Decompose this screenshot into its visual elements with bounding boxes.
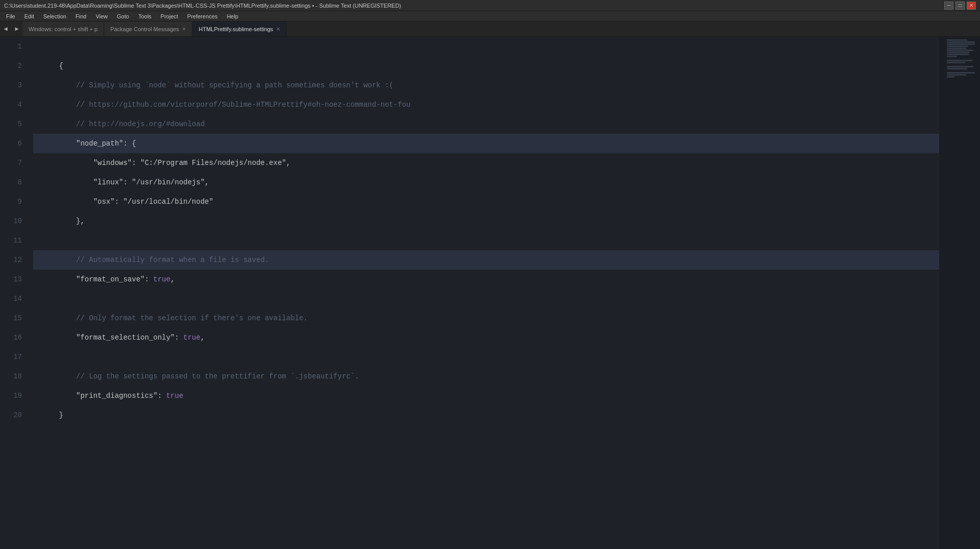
tab-htmlprettify-settings[interactable]: HTMLPrettify.sublime-settings ×: [192, 21, 286, 36]
title-bar: C:\Users\student.219-48\AppData\Roaming\…: [0, 0, 980, 11]
code-line-6: "windows": "C:/Program Files/nodejs/node…: [33, 134, 939, 153]
menu-help[interactable]: Help: [223, 12, 242, 20]
maximize-button[interactable]: □: [955, 2, 965, 10]
menu-preferences[interactable]: Preferences: [183, 12, 222, 20]
editor: 1 2 3 4 5 6 7 8 9 10 11 12 13 14 15 16 1…: [0, 37, 980, 549]
code-line-11: // Automatically format when a file is s…: [33, 231, 939, 250]
window-controls[interactable]: ─ □ ✕: [944, 2, 976, 10]
tab-package-control[interactable]: Package Control Messages ×: [104, 21, 192, 36]
code-area[interactable]: { // Simply using `node` without specify…: [28, 37, 939, 549]
menu-file[interactable]: File: [2, 12, 19, 20]
code-line-20: [33, 405, 939, 425]
tab-label: Package Control Messages: [110, 26, 179, 32]
line-numbers: 1 2 3 4 5 6 7 8 9 10 11 12 13 14 15 16 1…: [0, 37, 28, 549]
tab-next-button[interactable]: ▶: [11, 21, 22, 36]
menu-goto[interactable]: Goto: [113, 12, 133, 20]
window-title: C:\Users\student.219-48\AppData\Roaming\…: [4, 3, 401, 9]
menu-edit[interactable]: Edit: [20, 12, 38, 20]
minimize-button[interactable]: ─: [944, 2, 953, 10]
close-button[interactable]: ✕: [967, 2, 976, 10]
minimap[interactable]: [939, 37, 980, 549]
minimap-content: [947, 39, 977, 80]
tab-prev-button[interactable]: ◀: [0, 21, 11, 36]
code-line-2: // Simply using `node` without specifyin…: [33, 56, 939, 76]
code-line-14: // Only format the selection if there's …: [33, 289, 939, 308]
menu-bar: File Edit Selection Find View Goto Tools…: [0, 11, 980, 21]
menu-view[interactable]: View: [91, 12, 112, 20]
code-line-1: {: [33, 37, 939, 56]
menu-project[interactable]: Project: [157, 12, 182, 20]
tab-close-icon[interactable]: ×: [182, 26, 186, 32]
tab-windows-shortcut[interactable]: Windows: control + shift + p: [22, 21, 104, 36]
tab-close-icon[interactable]: ×: [276, 26, 280, 32]
menu-find[interactable]: Find: [71, 12, 90, 20]
tab-label: Windows: control + shift + p: [29, 26, 97, 32]
menu-tools[interactable]: Tools: [134, 12, 156, 20]
code-line-10: [33, 211, 939, 231]
tab-bar: ◀ ▶ Windows: control + shift + p Package…: [0, 21, 980, 37]
menu-selection[interactable]: Selection: [39, 12, 70, 20]
code-line-17: // Log the settings passed to the pretti…: [33, 347, 939, 367]
tab-label: HTMLPrettify.sublime-settings: [199, 26, 273, 32]
